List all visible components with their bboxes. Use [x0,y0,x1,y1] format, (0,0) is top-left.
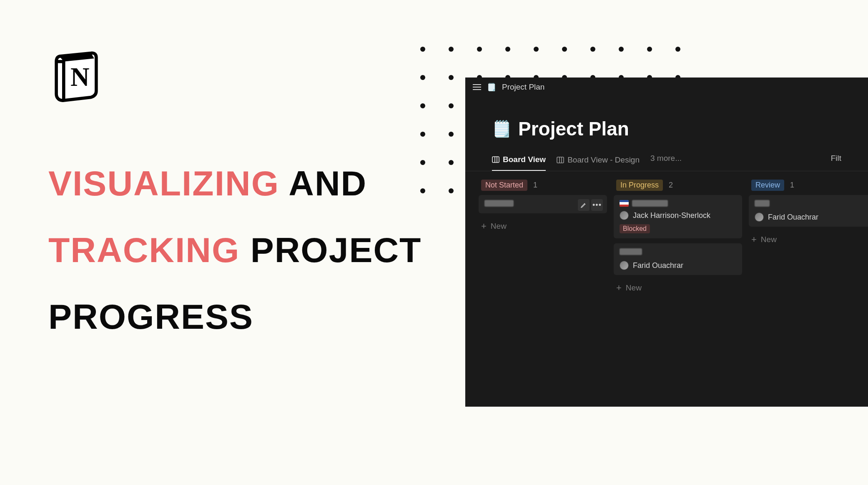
new-label: New [626,283,642,292]
card-title-redacted [620,248,642,255]
flag-icon [620,200,629,207]
card-title-redacted [484,200,514,207]
new-card-button[interactable]: + New [614,280,742,296]
view-tabs: Board View Board View - Design 3 more...… [465,144,868,171]
assignee-name: Jack Harrison-Sherlock [633,211,710,220]
new-label: New [491,222,507,231]
headline-word-4: PROJECT [251,230,422,270]
avatar [755,212,764,222]
notepad-icon: 🗒️ [487,83,496,91]
page-header: 🗒️ Project Plan [465,97,868,144]
plus-icon: + [481,222,487,231]
avatar [620,261,629,270]
card[interactable]: Farid Ouachrar [749,195,868,227]
column-count: 2 [669,181,673,190]
headline-word-2: AND [288,164,367,203]
tab-label: Board View - Design [567,155,640,165]
notion-logo: N [50,50,103,104]
breadcrumb[interactable]: Project Plan [502,82,544,92]
card[interactable]: Farid Ouachrar [614,243,742,275]
headline-word-1: VISUALIZING [48,164,279,203]
status-pill-review[interactable]: Review [751,180,784,191]
edit-icon[interactable] [578,199,590,211]
tab-board-view-design[interactable]: Board View - Design [557,152,640,170]
more-icon[interactable]: ••• [591,199,603,211]
filter-button[interactable]: Filt [831,154,841,169]
tab-label: Board View [503,155,546,164]
assignee-name: Farid Ouachrar [768,213,818,222]
new-card-button[interactable]: + New [479,218,607,234]
svg-rect-1 [492,157,499,162]
headline: VISUALIZING AND TRACKING PROJECT PROGRES… [48,150,421,350]
column-count: 1 [533,181,537,190]
menu-icon[interactable] [473,84,481,90]
tabs-more[interactable]: 3 more... [650,154,682,169]
assignee-name: Farid Ouachrar [633,261,683,270]
plus-icon: + [751,235,757,244]
headline-word-3: TRACKING [48,230,240,270]
card[interactable]: Jack Harrison-Sherlock Blocked [614,195,742,238]
tab-board-view[interactable]: Board View [492,152,546,171]
board-icon [492,156,499,163]
column-in-progress: In Progress 2 Jack Harrison-Sherlock Blo… [614,180,742,296]
headline-word-5: PROGRESS [48,297,253,336]
column-count: 1 [790,181,794,190]
avatar [620,211,629,220]
card-title-redacted [755,200,770,207]
tag-blocked: Blocked [620,224,650,233]
plus-icon: + [616,283,622,292]
column-not-started: Not Started 1 ••• + New [479,180,607,296]
new-card-button[interactable]: + New [749,232,868,248]
status-pill-not-started[interactable]: Not Started [481,180,527,191]
board-icon [557,156,564,164]
topbar: 🗒️ Project Plan [465,78,868,97]
new-label: New [761,235,777,244]
kanban-board: Not Started 1 ••• + New In Progress [465,171,868,296]
card-title-redacted [632,200,668,207]
notion-window: 🗒️ Project Plan 🗒️ Project Plan Board Vi… [465,78,868,407]
column-review: Review 1 Farid Ouachrar + New [749,180,868,296]
notepad-icon[interactable]: 🗒️ [492,121,512,137]
card[interactable]: ••• [479,195,607,213]
svg-text:N: N [70,62,90,92]
svg-rect-4 [557,157,564,163]
page-title[interactable]: Project Plan [518,118,629,140]
status-pill-in-progress[interactable]: In Progress [616,180,663,191]
